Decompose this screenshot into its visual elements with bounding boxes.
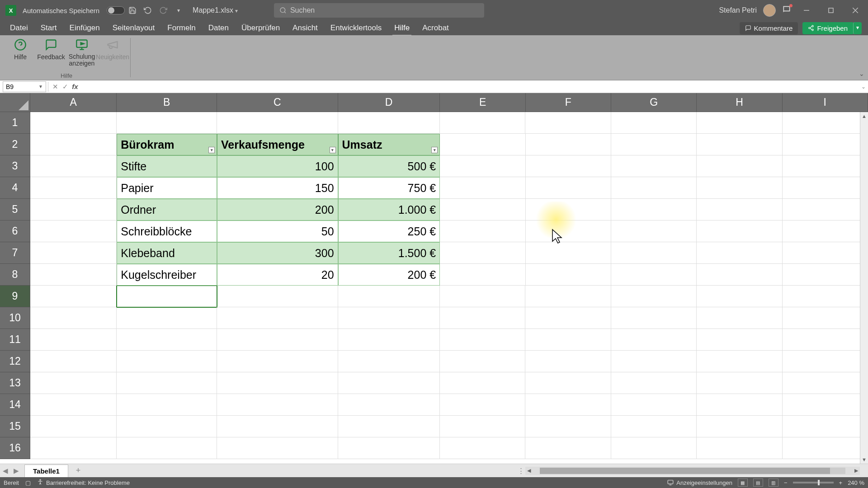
cell[interactable] — [525, 394, 611, 416]
col-header-C[interactable]: C — [217, 93, 338, 112]
display-settings-button[interactable]: Anzeigeeinstellungen — [667, 479, 732, 486]
tab-acrobat[interactable]: Acrobat — [416, 21, 455, 35]
macro-record-icon[interactable]: ▢ — [25, 479, 31, 486]
tab-seitenlayout[interactable]: Seitenlayout — [106, 21, 161, 35]
col-header-I[interactable]: I — [783, 93, 868, 112]
cell[interactable] — [611, 264, 697, 286]
cell[interactable] — [697, 416, 782, 437]
cell[interactable] — [611, 242, 697, 264]
col-header-H[interactable]: H — [697, 93, 782, 112]
row-header-2[interactable]: 2 — [0, 134, 30, 155]
sheet-tab-tabelle1[interactable]: Tabelle1 — [24, 465, 68, 477]
cell[interactable] — [440, 394, 525, 416]
cell-B1[interactable] — [117, 112, 217, 134]
cell[interactable] — [217, 351, 338, 372]
cell[interactable] — [30, 351, 117, 372]
row-header-1[interactable]: 1 — [0, 112, 30, 134]
cell[interactable] — [338, 351, 440, 372]
table-header-umsatz[interactable]: Umsatz▾ — [338, 134, 440, 155]
cell-F2[interactable] — [526, 134, 611, 155]
cell[interactable] — [117, 372, 217, 394]
cell[interactable] — [783, 264, 868, 286]
table-cell[interactable]: 1.500 € — [338, 242, 440, 264]
table-cell[interactable]: Papier — [117, 177, 217, 199]
table-cell[interactable]: 100 — [217, 155, 338, 177]
cell[interactable] — [697, 286, 782, 307]
cell[interactable] — [338, 416, 440, 437]
cell[interactable] — [697, 437, 782, 459]
cell[interactable] — [440, 177, 525, 199]
row-header-13[interactable]: 13 — [0, 372, 30, 394]
fx-icon[interactable]: fx — [70, 83, 80, 90]
share-button[interactable]: Freigeben — [802, 22, 853, 34]
sheet-tab-drag-icon[interactable]: ⋮ — [518, 467, 524, 475]
cell[interactable] — [217, 416, 338, 437]
cell[interactable] — [611, 372, 697, 394]
undo-icon[interactable] — [143, 5, 153, 15]
formula-expand-icon[interactable]: ⌄ — [859, 84, 868, 90]
cell[interactable] — [440, 221, 525, 242]
cell[interactable] — [783, 221, 868, 242]
cancel-formula-icon[interactable]: ✕ — [50, 83, 60, 91]
cell[interactable] — [783, 372, 868, 394]
cell-A6[interactable] — [30, 221, 117, 242]
cell[interactable] — [440, 372, 525, 394]
filter-button[interactable]: ▾ — [208, 147, 215, 153]
cell[interactable] — [440, 329, 525, 351]
cell[interactable] — [611, 286, 697, 307]
tab-hilfe[interactable]: Hilfe — [388, 21, 416, 35]
cell[interactable] — [526, 177, 611, 199]
zoom-slider[interactable] — [793, 482, 834, 483]
tab-start[interactable]: Start — [34, 21, 63, 35]
table-cell[interactable]: Stifte — [117, 155, 217, 177]
cells-area[interactable]: Bürokram▾ Verkaufsmenge▾ Umsatz▾ Stifte … — [30, 112, 868, 459]
cell[interactable] — [783, 199, 868, 221]
cell[interactable] — [697, 155, 782, 177]
cell[interactable] — [117, 394, 217, 416]
cell[interactable] — [526, 264, 611, 286]
cell-E2[interactable] — [440, 134, 525, 155]
cell-A5[interactable] — [30, 199, 117, 221]
cell[interactable] — [338, 329, 440, 351]
col-header-B[interactable]: B — [117, 93, 217, 112]
cell[interactable] — [611, 155, 697, 177]
cell[interactable] — [783, 242, 868, 264]
tab-datei[interactable]: Datei — [4, 21, 34, 35]
document-name[interactable]: Mappe1.xlsx — [193, 6, 238, 14]
row-header-11[interactable]: 11 — [0, 329, 30, 351]
sheet-nav-next[interactable]: ▶ — [11, 467, 22, 475]
cell[interactable] — [525, 307, 611, 329]
table-cell[interactable]: Schreibblöcke — [117, 221, 217, 242]
scroll-right-icon[interactable]: ▶ — [853, 468, 860, 474]
cell[interactable] — [697, 307, 782, 329]
table-cell[interactable]: 1.000 € — [338, 199, 440, 221]
cell[interactable] — [526, 155, 611, 177]
cell[interactable] — [783, 155, 868, 177]
cell[interactable] — [440, 155, 525, 177]
cell[interactable] — [338, 437, 440, 459]
cell[interactable] — [338, 307, 440, 329]
cell[interactable] — [783, 416, 868, 437]
cell-B9-active[interactable] — [117, 286, 217, 307]
table-cell[interactable]: 200 € — [338, 264, 440, 286]
table-cell[interactable]: 150 — [217, 177, 338, 199]
cell-C9[interactable] — [217, 286, 338, 307]
cell[interactable] — [338, 372, 440, 394]
cell[interactable] — [30, 394, 117, 416]
cell-G2[interactable] — [611, 134, 697, 155]
cell[interactable] — [525, 372, 611, 394]
col-header-E[interactable]: E — [440, 93, 525, 112]
cell[interactable] — [525, 351, 611, 372]
cell[interactable] — [440, 242, 525, 264]
row-header-8[interactable]: 8 — [0, 264, 30, 286]
cell[interactable] — [525, 416, 611, 437]
cell[interactable] — [611, 416, 697, 437]
cell[interactable] — [338, 394, 440, 416]
cell[interactable] — [697, 242, 782, 264]
save-icon[interactable] — [127, 5, 137, 15]
formula-input[interactable] — [80, 81, 859, 92]
cell[interactable] — [783, 177, 868, 199]
cell[interactable] — [697, 221, 782, 242]
cell[interactable] — [611, 351, 697, 372]
row-header-9[interactable]: 9 — [0, 286, 30, 307]
